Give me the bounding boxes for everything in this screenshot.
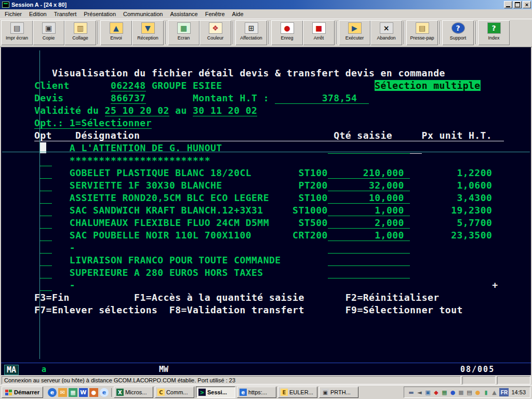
terminal-line: SUPERIEURE A 280 EUROS HORS TAXES xyxy=(34,267,410,279)
menu-item-presentation[interactable]: Présentation xyxy=(80,10,119,18)
unit-price: 1,2200 xyxy=(410,167,492,178)
clipboard-button[interactable]: ▤Presse-pap xyxy=(406,20,438,45)
index-button[interactable]: ?Index xyxy=(478,20,510,45)
opt-field[interactable] xyxy=(40,192,52,204)
mail-quicklaunch-icon[interactable]: ✉ xyxy=(58,388,67,397)
tray-sync-icon[interactable]: ▲ xyxy=(490,389,498,396)
unit-price: 1,0600 xyxy=(410,180,492,191)
task-microsoft-excel[interactable]: XMicros... xyxy=(114,387,153,398)
task-prth-icon: ▣ xyxy=(322,389,329,396)
validity-from-field[interactable]: 25 10 20 02 xyxy=(105,105,169,116)
tray-scheduler-icon[interactable]: ■ xyxy=(457,389,464,396)
opt-field[interactable] xyxy=(40,180,52,191)
oia-status-row: MA a MW 08/005 xyxy=(1,363,531,375)
opt-field[interactable] xyxy=(40,167,52,179)
opt-field[interactable] xyxy=(40,217,52,229)
print-screen-button[interactable]: ▤Impr écran xyxy=(1,20,33,45)
execute-button[interactable]: ▶Exécuter xyxy=(339,20,370,45)
opt-field[interactable] xyxy=(40,280,52,291)
qty-field[interactable]: 10,000 xyxy=(328,192,410,204)
tray-battery-icon[interactable]: ▮ xyxy=(482,389,489,396)
terminal-line: F3=Fin F1=Accès à la quantité saisie F2=… xyxy=(34,291,440,304)
opt-field[interactable] xyxy=(40,230,52,241)
devis-number-field[interactable]: 866737 xyxy=(111,92,146,104)
opt-field[interactable] xyxy=(40,155,52,166)
tray-volume-icon[interactable]: ◄ xyxy=(416,389,423,396)
opt-field[interactable] xyxy=(40,267,52,278)
paste-button[interactable]: ▥Collage xyxy=(64,20,96,45)
keyboard-map-button[interactable]: ⊞Affectation xyxy=(235,20,267,45)
send-button[interactable]: ▲Envoi xyxy=(100,20,132,45)
color-button[interactable]: ❖Couleur xyxy=(200,20,231,45)
menu-item-communication[interactable]: Communication xyxy=(119,10,166,18)
menu-item-fenetre[interactable]: Fenêtre xyxy=(202,10,229,18)
qty-field[interactable] xyxy=(328,267,410,278)
tray-messenger-icon[interactable]: ● xyxy=(449,389,456,396)
opt-field[interactable] xyxy=(40,205,52,216)
media-quicklaunch-icon[interactable]: ● xyxy=(89,388,98,397)
fkey-f9: F9=Sélectionner tout xyxy=(345,304,463,315)
opt-field[interactable] xyxy=(40,255,52,266)
tray-display-icon[interactable]: ▣ xyxy=(424,389,431,396)
tray-update-icon[interactable]: ● xyxy=(474,389,481,396)
show-desktop-icon[interactable]: ▦ xyxy=(69,388,77,397)
terminal-line: SAC SANDWICH KRAFT BLANCH.12+3X31 ST1000… xyxy=(34,204,492,217)
qty-field[interactable] xyxy=(328,255,410,266)
close-button[interactable]: × xyxy=(523,1,531,8)
terminal-text xyxy=(146,92,193,103)
oia-message-wait: MW xyxy=(159,365,168,374)
receive-button[interactable]: ▼Réception xyxy=(132,20,164,45)
application-window: Session A - [24 x 80] × FichierEditionTr… xyxy=(0,0,532,399)
task-euler[interactable]: EEULER... xyxy=(278,387,317,398)
tray-antivirus-icon[interactable]: ◆ xyxy=(432,389,440,396)
toolbar: ▤Impr écran▣Copie▥Collage▲Envoi▼Réceptio… xyxy=(0,19,532,47)
menu-item-edition[interactable]: Edition xyxy=(25,10,50,18)
support-button[interactable]: ?Support xyxy=(442,20,474,45)
task-https[interactable]: ehttps:... xyxy=(237,387,276,398)
qty-field[interactable]: 2,000 xyxy=(328,217,410,229)
print-screen-button-label: Impr écran xyxy=(6,35,28,41)
minimize-button[interactable] xyxy=(504,1,512,8)
tray-printer-icon[interactable]: ▤ xyxy=(466,389,473,396)
client-number-field[interactable]: 062248 xyxy=(111,80,146,91)
browser-quicklaunch-icon[interactable]: e xyxy=(100,388,109,397)
tray-keyboard-icon[interactable]: ▬ xyxy=(407,389,415,396)
menu-item-assistance[interactable]: Assistance xyxy=(166,10,201,18)
task-comm[interactable]: CComm... xyxy=(155,387,194,398)
unit-price: 23,3500 xyxy=(410,230,492,241)
window-title: Session A - [24 x 80] xyxy=(11,2,503,8)
color-palette-icon: ❖ xyxy=(209,22,222,34)
start-button[interactable]: Démarrer xyxy=(2,387,43,398)
abort-button[interactable]: ×Abandon xyxy=(370,20,402,45)
menu-item-fichier[interactable]: Fichier xyxy=(1,10,25,18)
execute-icon: ▶ xyxy=(348,22,362,34)
record-button[interactable]: ●Enreg xyxy=(271,20,303,45)
ie-quicklaunch-icon[interactable]: e xyxy=(48,388,57,397)
terminal-area[interactable]: Visualisation du fichier détail devis & … xyxy=(0,47,532,375)
validity-to-field[interactable]: 30 11 20 02 xyxy=(193,105,257,116)
qty-field[interactable]: 32,000 xyxy=(328,180,410,191)
menu-item-transfert[interactable]: Transfert xyxy=(50,10,81,18)
qty-field[interactable]: 1,000 xyxy=(328,230,410,241)
copy-button[interactable]: ▣Copie xyxy=(33,20,64,45)
montant-value-field: 378,54 xyxy=(275,92,369,104)
options-legend: Opt.: 1=Sélectionner xyxy=(34,117,152,129)
qty-field[interactable]: 210,000 xyxy=(328,167,410,179)
qty-field[interactable] xyxy=(328,242,410,254)
stop-button[interactable]: ■Arrêt xyxy=(303,20,335,45)
tray-network-icon[interactable]: ▦ xyxy=(441,389,448,396)
task-session-a[interactable]: >Sessi... xyxy=(196,387,235,398)
screen-button[interactable]: ▦Ecran xyxy=(168,20,200,45)
menu-item-aide[interactable]: Aide xyxy=(229,10,247,18)
task-prth[interactable]: ▣PRTH... xyxy=(319,387,358,398)
maximize-button[interactable] xyxy=(513,1,522,8)
receive-button-label: Réception xyxy=(137,35,158,41)
support-button-label: Support xyxy=(450,35,467,41)
qty-field[interactable]: 1,000 xyxy=(328,205,410,216)
word-quicklaunch-icon[interactable]: W xyxy=(79,388,88,397)
status-cell-1 xyxy=(462,376,496,384)
language-indicator[interactable]: FR xyxy=(499,388,509,396)
terminal-text xyxy=(52,242,70,253)
opt-field[interactable] xyxy=(40,242,52,254)
terminal-text xyxy=(52,280,70,290)
